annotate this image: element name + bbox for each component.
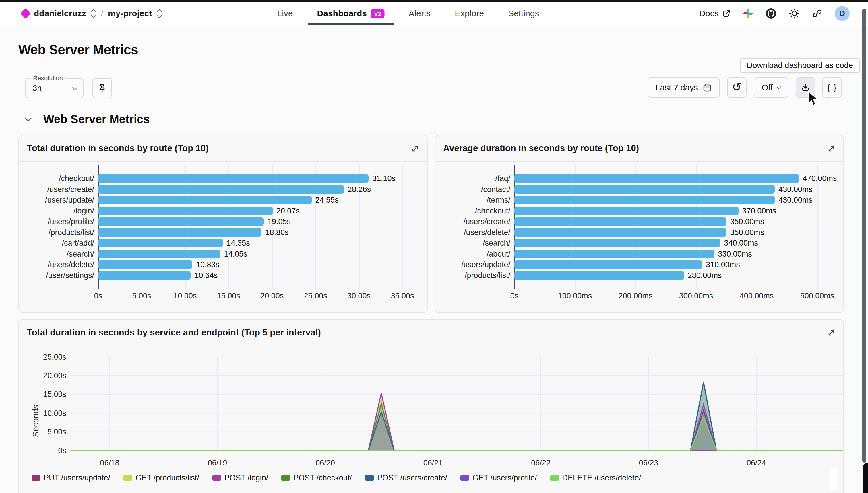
corner-overlay: [863, 463, 868, 493]
y-axis-tick: 20.00s: [43, 371, 66, 380]
bar[interactable]: [514, 250, 714, 258]
bar[interactable]: [98, 260, 192, 269]
bar-category-label: /faq/: [495, 174, 510, 183]
gridline: [635, 165, 636, 289]
legend-item[interactable]: POST /login/: [212, 473, 268, 483]
bar[interactable]: [514, 174, 799, 183]
download-dashboard-button[interactable]: [796, 78, 815, 98]
edit-json-button[interactable]: { }: [822, 78, 842, 98]
breadcrumb-org[interactable]: ddanielcruzz: [34, 8, 86, 18]
docs-link[interactable]: Docs: [699, 8, 731, 18]
project-switcher-caret-icon[interactable]: [157, 10, 161, 18]
brand-diamond-logo: [20, 8, 31, 19]
page-scrollbar-thumb[interactable]: [862, 8, 866, 463]
area-fill: [71, 417, 843, 451]
time-range-button[interactable]: Last 7 days: [648, 78, 720, 98]
chart-legend: PUT /users/update/GET /products/list/POS…: [31, 473, 641, 483]
bar[interactable]: [514, 217, 726, 226]
auto-refresh-select[interactable]: Off: [754, 78, 788, 98]
gridline: [359, 165, 360, 289]
bar-value-label: 14.05s: [224, 249, 248, 258]
legend-swatch-icon: [460, 475, 469, 481]
bar[interactable]: [98, 185, 344, 194]
refresh-button[interactable]: ↺: [727, 78, 746, 98]
expand-panel-button[interactable]: [826, 143, 837, 154]
bar[interactable]: [98, 217, 264, 226]
area-fill: [71, 405, 843, 451]
pin-resolution-button[interactable]: [92, 78, 112, 98]
series-line: [71, 393, 843, 451]
nav-tab-live[interactable]: Live: [276, 2, 295, 25]
legend-item[interactable]: DELETE /users/delete/: [550, 473, 641, 483]
bar-category-label: /checkout/: [475, 206, 510, 215]
legend-swatch-icon: [365, 475, 374, 481]
x-axis-tick: 30.00s: [347, 292, 371, 300]
bar[interactable]: [514, 260, 702, 269]
y-axis-tick: 15.00s: [43, 390, 66, 399]
org-switcher-caret-icon[interactable]: [92, 10, 95, 18]
page-title: Web Server Metrics: [18, 42, 138, 57]
auto-refresh-value: Off: [762, 83, 773, 92]
legend-item[interactable]: POST /users/create/: [365, 473, 447, 483]
bar[interactable]: [98, 271, 191, 280]
section-title: Web Server Metrics: [43, 113, 150, 126]
bar-value-label: 340.00ms: [724, 239, 758, 248]
legend-item[interactable]: POST /checkout/: [281, 473, 352, 483]
bar[interactable]: [98, 239, 223, 248]
bar[interactable]: [514, 271, 684, 280]
share-link-icon[interactable]: [812, 8, 823, 19]
area-chart-svg: [19, 346, 843, 493]
y-axis-tick: 5.00s: [47, 427, 66, 436]
bar[interactable]: [98, 250, 220, 258]
nav-tab-explore[interactable]: Explore: [453, 2, 486, 25]
refresh-icon: ↺: [732, 81, 742, 93]
x-axis-tick: 06/22: [531, 458, 551, 468]
github-icon[interactable]: [765, 8, 777, 19]
bar[interactable]: [98, 174, 368, 183]
window-top-strip: [0, 0, 868, 2]
area-chart-duration-timeline: 0s5.00s10.00s15.00s20.00s25.00s06/1806/1…: [19, 346, 843, 493]
bar[interactable]: [514, 207, 739, 215]
legend-item[interactable]: GET /products/list/: [123, 473, 199, 483]
bar[interactable]: [514, 185, 775, 194]
legend-item[interactable]: GET /users/profile/: [460, 473, 537, 483]
x-axis-tick: 20.00s: [260, 292, 283, 300]
bar-category-label: /products/list/: [48, 228, 94, 237]
nav-tab-settings[interactable]: Settings: [506, 2, 541, 25]
slack-icon[interactable]: [743, 8, 753, 19]
bar-category-label: /users/update/: [45, 196, 94, 205]
section-header[interactable]: Web Server Metrics: [18, 110, 850, 128]
gridline: [142, 165, 142, 289]
braces-label: { }: [827, 83, 837, 92]
x-axis-tick: 10.00s: [173, 292, 197, 300]
expand-panel-button[interactable]: [826, 327, 837, 339]
legend-item[interactable]: PUT /users/update/: [31, 473, 110, 483]
avatar[interactable]: D: [835, 6, 850, 21]
v2-badge: V2: [371, 9, 385, 18]
time-range-label: Last 7 days: [656, 83, 698, 92]
bar[interactable]: [514, 239, 720, 248]
x-axis-tick: 06/19: [208, 458, 227, 468]
nav-tab-alerts[interactable]: Alerts: [407, 2, 432, 25]
bar[interactable]: [514, 196, 775, 204]
bar[interactable]: [98, 228, 261, 237]
bar-value-label: 31.10s: [372, 174, 396, 183]
bar[interactable]: [514, 228, 726, 237]
legend-label: GET /products/list/: [135, 473, 199, 483]
download-icon: [801, 83, 810, 92]
resolution-select[interactable]: Resolution 3h: [25, 78, 84, 98]
x-axis-tick: 06/18: [100, 458, 120, 468]
expand-panel-button[interactable]: [409, 143, 421, 154]
theme-sun-icon[interactable]: [789, 8, 800, 19]
bar[interactable]: [98, 196, 312, 204]
bar[interactable]: [98, 207, 273, 215]
bar-value-label: 430.00ms: [779, 196, 812, 205]
breadcrumb-separator: /: [101, 8, 103, 18]
legend-label: PUT /users/update/: [44, 473, 110, 483]
nav-tab-dashboards[interactable]: DashboardsV2: [315, 2, 386, 25]
series-line: [71, 382, 843, 451]
calendar-icon: [703, 83, 712, 92]
breadcrumb-project[interactable]: my-project: [108, 8, 152, 18]
area-fill: [71, 410, 843, 451]
floating-scrollbar-thumb[interactable]: [830, 467, 837, 490]
